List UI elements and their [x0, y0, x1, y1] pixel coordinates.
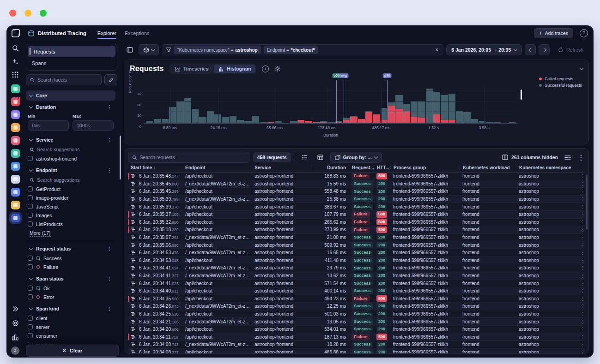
app-icon-yellow[interactable]	[11, 201, 20, 209]
columns-hidden-button[interactable]: 261 columns hidden	[502, 155, 558, 160]
checkbox[interactable]	[28, 195, 33, 200]
table-row[interactable]: 6 Jan, 20:34:53.048/api/checkoutastrosho…	[128, 257, 585, 265]
row-menu-icon[interactable]: ⋮	[581, 319, 585, 324]
sidebar-item-requests[interactable]: Requests	[28, 46, 115, 57]
refresh-button[interactable]: Refresh	[552, 44, 589, 55]
row-menu-icon[interactable]: ⋮	[581, 227, 585, 232]
row-menu-icon[interactable]: ⋮	[581, 311, 585, 316]
leaderboard-icon[interactable]	[10, 332, 20, 342]
help-icon[interactable]: ?	[580, 29, 588, 37]
timeframe-selector[interactable]: 6 Jan 2026, 20:05 → 20:35	[446, 44, 522, 55]
endpoint-suggestions-field[interactable]	[37, 177, 112, 183]
toggle-sidebar-icon[interactable]	[124, 44, 136, 55]
app-icon-teal[interactable]	[11, 84, 20, 93]
facet-section-core[interactable]: Core	[26, 90, 115, 101]
clear-filter-icon[interactable]: ×	[434, 47, 439, 53]
service-option-astroshop-frontend[interactable]: astroshop-frontend	[28, 154, 114, 163]
app-icon-cloud[interactable]	[11, 175, 20, 184]
table-scrollbar[interactable]	[586, 174, 588, 230]
checkbox[interactable]	[28, 286, 33, 291]
filter-chip-0[interactable]: "Kubernetes namespace" = astroshop	[174, 46, 261, 54]
maximize-window-button[interactable]	[40, 10, 47, 17]
table-search-field[interactable]	[139, 155, 245, 160]
sidebar-scrollbar[interactable]	[120, 136, 121, 179]
tab-exceptions[interactable]: Exceptions	[125, 25, 150, 41]
table-row[interactable]: 6 Jan, 20:35:45.860/_next/data/9WWcAT2m_…	[128, 180, 585, 188]
row-menu-icon[interactable]: ⋮	[581, 265, 585, 270]
histogram-bar[interactable]	[403, 104, 410, 123]
app-icon-purple[interactable]	[11, 110, 20, 119]
app-icon-distributed-tracing[interactable]	[11, 214, 20, 222]
table-row[interactable]: 6 Jan, 20:35:45.289/api/checkoutastrosho…	[128, 188, 585, 196]
profile-badge[interactable]: 2	[11, 346, 19, 355]
service-suggestions-field[interactable]	[37, 147, 112, 152]
table-row[interactable]: 6 Jan, 20:35:18.229/api/checkoutastrosho…	[128, 226, 585, 234]
table-row[interactable]: 6 Jan, 20:34:41.023/api/checkoutastrosho…	[128, 280, 585, 287]
clear-filters-button[interactable]: ×Clear	[26, 345, 119, 357]
app-icon-orange-shield[interactable]	[11, 123, 20, 132]
histogram-bar[interactable]	[214, 114, 221, 123]
column-header-endpoint[interactable]: Endpoint	[182, 165, 252, 170]
row-menu-icon[interactable]: ⋮	[581, 342, 585, 347]
app-icon-pink[interactable]	[11, 136, 20, 145]
percentile-marker-avg[interactable]: avg	[344, 80, 344, 123]
tab-histogram[interactable]: Histogram	[214, 65, 255, 73]
row-menu-icon[interactable]: ⋮	[581, 281, 585, 286]
histogram-bar[interactable]	[395, 95, 402, 123]
legend-item[interactable]: Successful requests	[539, 83, 582, 88]
column-header-start-time[interactable]: Start time ↓	[128, 165, 182, 170]
table-row[interactable]: 6 Jan, 20:34:35.500/api/checkoutastrosho…	[128, 295, 585, 303]
table-row[interactable]: 6 Jan, 20:34:21.165/_next/data/9WWcAT2m_…	[128, 318, 585, 326]
span-status-option-ok[interactable]: Ok	[28, 284, 114, 292]
row-menu-icon[interactable]: ⋮	[581, 197, 585, 202]
app-icon-alert[interactable]	[11, 97, 20, 106]
table-menu-icon[interactable]: ⋮	[577, 152, 585, 163]
percentile-marker-p90[interactable]: p90	[387, 80, 388, 123]
column-header-process-group[interactable]: Process group	[390, 165, 460, 170]
row-menu-icon[interactable]: ⋮	[581, 173, 585, 179]
row-menu-icon[interactable]: ⋮	[581, 250, 585, 255]
endpoint-option-listproducts[interactable]: ListProducts	[28, 220, 114, 228]
checkbox[interactable]	[28, 264, 33, 269]
row-menu-icon[interactable]: ⋮	[581, 350, 585, 353]
table-row[interactable]: 6 Jan, 20:34:11.716/api/checkoutastrosho…	[128, 333, 585, 341]
row-menu-icon[interactable]: ⋮	[581, 327, 585, 332]
histogram-bar[interactable]	[184, 98, 191, 123]
row-menu-icon[interactable]: ⋮	[581, 189, 585, 194]
checkbox[interactable]	[28, 221, 33, 227]
filter-query-input[interactable]: "Kubernetes namespace" = astroshopEndpoi…	[162, 44, 443, 55]
sidebar-item-spans[interactable]: Spans	[28, 57, 115, 69]
facet-section-request-status[interactable]: Request status⋮	[26, 244, 115, 254]
ai-sparkle-icon[interactable]	[10, 56, 20, 66]
row-menu-icon[interactable]: ⋮	[581, 334, 585, 340]
column-header-request-[interactable]: Request...	[349, 165, 374, 170]
checkbox[interactable]	[28, 186, 33, 191]
table-row[interactable]: 6 Jan, 20:34:41.327/_next/data/9WWcAT2m_…	[128, 272, 585, 280]
histogram-bar[interactable]	[388, 102, 395, 123]
row-menu-icon[interactable]: ⋮	[581, 304, 585, 309]
column-header-htt-[interactable]: HTT...	[374, 165, 390, 170]
histogram-bar[interactable]	[222, 117, 229, 123]
facet-section-span-kind[interactable]: Span kind⋮	[26, 304, 115, 314]
chart-scroll-handle[interactable]	[521, 90, 522, 100]
checkbox[interactable]	[28, 324, 33, 329]
row-menu-icon[interactable]: ⋮	[581, 258, 585, 263]
table-row[interactable]: 6 Jan, 20:34:20.606/api/checkoutastrosho…	[128, 326, 585, 334]
histogram-bar[interactable]	[350, 116, 357, 123]
section-menu-icon[interactable]: ⋮	[107, 137, 112, 143]
row-menu-icon[interactable]: ⋮	[581, 235, 585, 240]
histogram-bar[interactable]	[441, 95, 448, 123]
checkbox[interactable]	[28, 204, 33, 209]
endpoint-option-image-provider[interactable]: image-provider	[28, 193, 114, 202]
sort-descending-icon[interactable]: ↓	[152, 165, 156, 170]
row-menu-icon[interactable]: ⋮	[581, 204, 585, 209]
checkbox[interactable]	[28, 256, 33, 261]
edit-facets-button[interactable]	[104, 74, 117, 85]
histogram-bar[interactable]	[192, 109, 199, 123]
row-menu-icon[interactable]: ⋮	[581, 220, 585, 225]
facet-section-endpoint[interactable]: Endpoint⋮	[26, 165, 115, 175]
info-icon[interactable]: i	[262, 66, 269, 72]
histogram-bar[interactable]	[456, 111, 463, 123]
table-row[interactable]: 6 Jan, 20:35:07.204/_next/data/9WWcAT2m_…	[128, 234, 585, 242]
checkbox[interactable]	[28, 333, 33, 338]
